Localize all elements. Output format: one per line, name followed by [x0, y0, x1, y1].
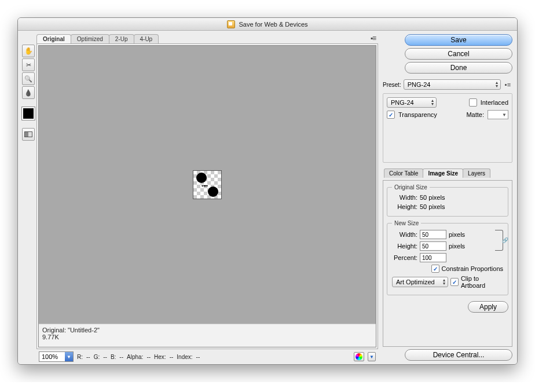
browser-menu-button[interactable]: ▼	[368, 352, 376, 361]
save-button[interactable]: Save	[405, 34, 512, 46]
matte-select[interactable]: ▼	[488, 110, 508, 119]
status-hex-label: Hex:	[154, 354, 166, 360]
new-size-legend: New Size	[392, 220, 421, 226]
new-width-label: Width:	[392, 231, 417, 238]
updown-arrow-icon: ▴▾	[443, 279, 445, 285]
app-icon	[227, 20, 235, 28]
tab-color-table[interactable]: Color Table	[384, 168, 423, 178]
new-height-label: Height:	[392, 243, 417, 250]
zoom-tool[interactable]	[22, 72, 35, 85]
status-g-label: G:	[94, 354, 100, 360]
quality-select[interactable]: Art Optimized ▴▾	[392, 277, 448, 287]
updown-arrow-icon: ▴▾	[496, 81, 498, 88]
zoom-select[interactable]: 100% ▼	[39, 351, 74, 362]
toolbar	[21, 43, 35, 349]
interlaced-label: Interlaced	[481, 99, 508, 106]
status-b-label: B:	[111, 354, 116, 360]
dropdown-arrow-icon: ▼	[65, 352, 73, 361]
slice-select-tool[interactable]	[22, 58, 35, 71]
constrain-label: Constrain Proportions	[442, 265, 503, 272]
eyedropper-tool[interactable]	[22, 86, 35, 99]
transparency-checkbox[interactable]	[387, 111, 395, 119]
interlaced-checkbox[interactable]	[469, 98, 477, 107]
transparency-label: Transparency	[398, 111, 437, 118]
artwork-preview: ▾▾▾▾	[193, 170, 222, 199]
clip-to-artboard-checkbox[interactable]	[450, 278, 459, 286]
preset-label: Preset:	[383, 82, 401, 88]
browser-icon	[356, 353, 362, 360]
hand-icon	[24, 47, 33, 55]
percent-label: Percent:	[392, 254, 417, 261]
status-alpha-value: --	[146, 354, 151, 360]
original-size-legend: Original Size	[392, 184, 430, 190]
new-width-input[interactable]	[420, 230, 446, 239]
image-size-panel: Original Size Width:50 pixels Height:50 …	[383, 180, 512, 347]
tab-optimized[interactable]: Optimized	[71, 34, 109, 43]
status-index-value: --	[196, 354, 200, 360]
matte-label: Matte:	[466, 111, 484, 118]
tab-original[interactable]: Original	[36, 34, 71, 43]
preview-in-browser-button[interactable]	[354, 352, 364, 361]
toggle-slices-visibility[interactable]	[22, 128, 35, 141]
panel-tabs: Color Table Image Size Layers	[384, 168, 512, 178]
orig-width-label: Width:	[392, 194, 417, 201]
cancel-button[interactable]: Cancel	[405, 48, 512, 60]
constrain-proportions-checkbox[interactable]	[431, 265, 439, 273]
orig-height-value: 50 pixels	[420, 203, 445, 210]
clip-label: Clip to Artboard	[461, 275, 503, 289]
new-width-unit: pixels	[449, 231, 465, 238]
preset-menu-icon[interactable]: ▪≡	[503, 80, 512, 89]
orig-height-label: Height:	[392, 203, 417, 210]
eyedropper-icon	[24, 89, 32, 97]
status-alpha-label: Alpha:	[127, 354, 143, 360]
constrain-link-icon	[495, 230, 503, 251]
hand-tool[interactable]	[22, 45, 35, 57]
view-tabs: Original Optimized 2-Up 4-Up ▪≡	[36, 33, 378, 43]
zoom-icon	[24, 75, 32, 83]
format-options-group: PNG-24 ▴▾ Interlaced Transparency Matte:…	[383, 93, 512, 163]
updown-arrow-icon: ▴▾	[431, 99, 434, 106]
device-central-button[interactable]: Device Central...	[405, 349, 512, 361]
done-button[interactable]: Done	[405, 62, 512, 74]
format-value: PNG-24	[391, 99, 414, 106]
apply-button[interactable]: Apply	[468, 301, 508, 313]
preview-menu-icon[interactable]: ▪≡	[371, 34, 376, 42]
original-name-label: Original: "Untitled-2"	[42, 327, 372, 334]
status-index-label: Index:	[177, 354, 192, 360]
titlebar: Save for Web & Devices	[18, 18, 517, 31]
status-bar: 100% ▼ R: -- G: -- B: -- Alpha: -- Hex: …	[36, 350, 378, 363]
zoom-value: 100%	[42, 353, 58, 360]
preview-info: Original: "Untitled-2" 9.77K	[39, 324, 376, 347]
original-size-group: Original Size Width:50 pixels Height:50 …	[387, 184, 508, 217]
slice-icon	[26, 61, 31, 69]
new-height-input[interactable]	[420, 241, 446, 251]
tab-image-size[interactable]: Image Size	[423, 168, 463, 178]
preview-area[interactable]: ▾▾▾▾ Original: "Untitled-2" 9.77K	[38, 45, 376, 347]
status-hex-value: --	[170, 354, 174, 360]
new-height-unit: pixels	[449, 243, 465, 250]
format-select[interactable]: PNG-24 ▴▾	[387, 97, 437, 108]
status-r-value: --	[86, 354, 90, 360]
chevron-down-icon: ▼	[502, 112, 507, 118]
eyedropper-color-swatch[interactable]	[22, 107, 35, 120]
preset-value: PNG-24	[408, 81, 431, 88]
status-b-value: --	[119, 354, 123, 360]
quality-value: Art Optimized	[396, 279, 435, 285]
preset-select[interactable]: PNG-24 ▴▾	[404, 79, 501, 90]
orig-width-value: 50 pixels	[420, 194, 445, 201]
window-title: Save for Web & Devices	[239, 21, 307, 28]
tab-4up[interactable]: 4-Up	[134, 34, 159, 43]
new-size-group: New Size Width: pixels Height: pi	[387, 220, 508, 295]
status-g-value: --	[103, 354, 107, 360]
percent-input[interactable]	[420, 253, 446, 262]
status-r-label: R:	[77, 354, 83, 360]
original-size-label: 9.77K	[42, 334, 372, 340]
tab-2up[interactable]: 2-Up	[109, 34, 134, 43]
save-for-web-dialog: Save for Web & Devices Original Optimize…	[17, 17, 518, 365]
tab-layers[interactable]: Layers	[463, 168, 490, 178]
chevron-down-icon: ▼	[369, 354, 374, 360]
